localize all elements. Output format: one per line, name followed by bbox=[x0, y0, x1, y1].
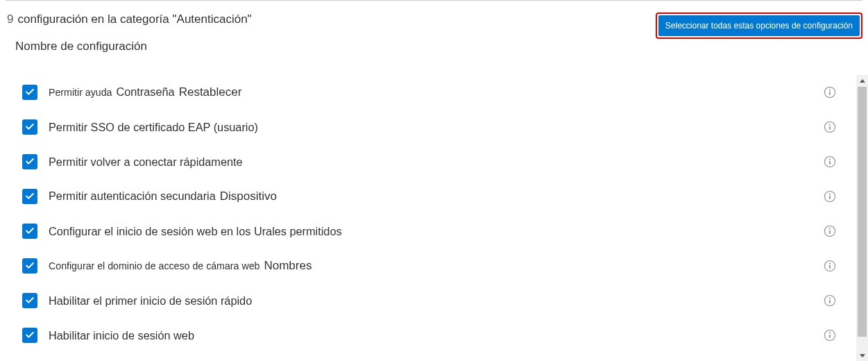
setting-label-segment: Dispositivo bbox=[220, 190, 277, 203]
setting-row[interactable]: Configurar el dominio de acceso de cámar… bbox=[10, 249, 851, 283]
svg-point-22 bbox=[829, 332, 831, 333]
setting-label: Configurar el inicio de sesión web en lo… bbox=[49, 225, 824, 238]
checkbox[interactable] bbox=[22, 119, 37, 135]
setting-row[interactable]: Permitir ayudaContraseñaRestablecer bbox=[10, 75, 851, 110]
checkbox[interactable] bbox=[22, 224, 37, 239]
svg-rect-14 bbox=[829, 230, 831, 234]
setting-label-segment: Restablecer bbox=[179, 85, 242, 99]
page-title: configuración en la categoría "Autentica… bbox=[17, 10, 251, 28]
setting-row[interactable]: Permitir volver a conectar rápidamente bbox=[10, 144, 851, 179]
setting-label-segment: Contraseña bbox=[116, 85, 174, 99]
scroll-thumb[interactable] bbox=[858, 87, 867, 337]
svg-point-1 bbox=[829, 89, 831, 90]
setting-label: Permitir volver a conectar rápidamente bbox=[49, 156, 824, 169]
setting-label-segment: Configurar el inicio de sesión web en lo… bbox=[49, 225, 342, 238]
info-icon[interactable] bbox=[824, 156, 836, 168]
svg-point-13 bbox=[829, 228, 831, 229]
svg-rect-11 bbox=[829, 196, 831, 199]
setting-label-segment: Configurar el dominio de acceso de cámar… bbox=[49, 260, 259, 271]
info-icon[interactable] bbox=[824, 260, 836, 272]
setting-label-segment: Permitir autenticación secundaria bbox=[49, 190, 216, 203]
checkbox[interactable] bbox=[22, 154, 37, 169]
svg-point-19 bbox=[829, 297, 831, 299]
svg-point-7 bbox=[829, 158, 831, 160]
setting-label-segment: Habilitar inicio de sesión web bbox=[49, 329, 194, 342]
info-icon[interactable] bbox=[824, 86, 836, 99]
info-icon[interactable] bbox=[824, 329, 836, 342]
setting-row[interactable]: Configurar el inicio de sesión web en lo… bbox=[10, 214, 851, 249]
svg-rect-8 bbox=[829, 161, 831, 165]
checkbox[interactable] bbox=[22, 258, 37, 274]
scroll-up-button[interactable] bbox=[856, 75, 868, 87]
setting-label: Permitir autenticación secundariaDisposi… bbox=[49, 190, 824, 203]
settings-list: Permitir ayudaContraseñaRestablecerPermi… bbox=[10, 75, 851, 361]
settings-count: 9 bbox=[7, 10, 13, 28]
setting-label: Habilitar inicio de sesión web bbox=[49, 329, 824, 342]
svg-point-10 bbox=[829, 193, 831, 194]
setting-label-segment: Permitir SSO de certificado EAP (usuario… bbox=[49, 121, 258, 134]
setting-label-segment: Habilitar el primer inicio de sesión ráp… bbox=[49, 294, 252, 308]
checkbox[interactable] bbox=[22, 293, 37, 308]
info-icon[interactable] bbox=[824, 121, 836, 133]
setting-label: Permitir SSO de certificado EAP (usuario… bbox=[49, 121, 824, 134]
svg-rect-17 bbox=[829, 265, 831, 269]
select-all-highlight: Seleccionar todas estas opciones de conf… bbox=[656, 12, 862, 39]
setting-label-segment: Permitir ayuda bbox=[49, 87, 112, 98]
select-all-button[interactable]: Seleccionar todas estas opciones de conf… bbox=[658, 15, 860, 36]
setting-row[interactable]: Habilitar el primer inicio de sesión ráp… bbox=[10, 283, 851, 318]
setting-label: Permitir ayudaContraseñaRestablecer bbox=[49, 85, 824, 99]
scroll-down-button[interactable] bbox=[856, 349, 868, 361]
setting-label: Configurar el dominio de acceso de cámar… bbox=[49, 259, 824, 273]
info-icon[interactable] bbox=[824, 294, 836, 307]
svg-rect-5 bbox=[829, 126, 831, 130]
setting-label-segment: Permitir volver a conectar rápidamente bbox=[49, 156, 243, 169]
svg-point-4 bbox=[829, 124, 831, 125]
setting-label: Habilitar el primer inicio de sesión ráp… bbox=[49, 294, 824, 308]
svg-rect-20 bbox=[829, 300, 831, 303]
checkbox[interactable] bbox=[22, 328, 37, 343]
svg-rect-23 bbox=[829, 335, 831, 338]
setting-row[interactable]: Habilitar inicio de sesión web bbox=[10, 318, 851, 353]
scrollbar[interactable] bbox=[856, 75, 868, 361]
checkbox[interactable] bbox=[22, 189, 37, 204]
setting-label-segment: Nombres bbox=[264, 259, 312, 273]
info-icon[interactable] bbox=[824, 225, 836, 237]
svg-point-16 bbox=[829, 262, 831, 264]
info-icon[interactable] bbox=[824, 190, 836, 203]
svg-rect-2 bbox=[829, 92, 831, 95]
setting-row[interactable]: Permitir SSO de certificado EAP (usuario… bbox=[10, 110, 851, 144]
setting-row[interactable]: Permitir autenticación secundariaDisposi… bbox=[10, 179, 851, 214]
checkbox[interactable] bbox=[22, 85, 37, 100]
